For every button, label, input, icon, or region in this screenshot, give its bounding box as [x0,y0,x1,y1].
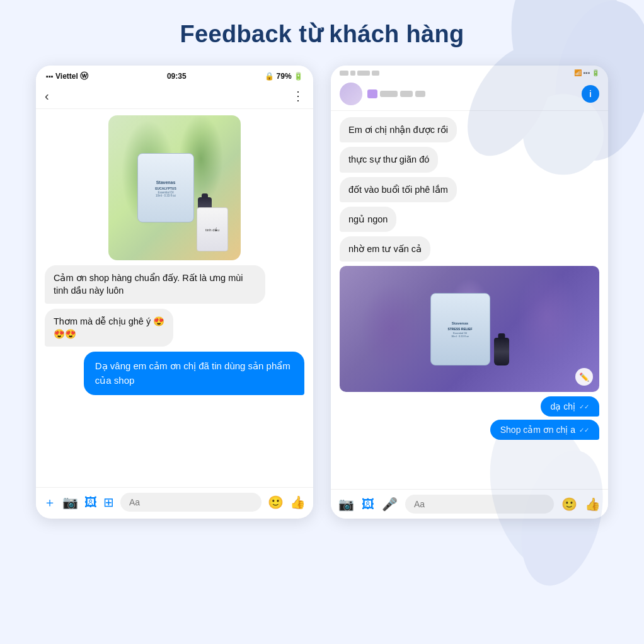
back-button[interactable]: ‹ [45,89,49,103]
avatar-2 [340,83,362,105]
product-bottle-2 [494,338,509,365]
battery-1: 🔒 79% 🔋 [265,72,303,81]
status-bar-1: ▪▪▪ Viettel ⓦ 09:35 🔒 79% 🔋 [36,66,313,84]
message-input-1[interactable] [120,493,262,512]
carrier: ▪▪▪ Viettel ⓦ [46,71,88,82]
status-bar-2: 📶 ▪▪▪ 🔋 [331,66,608,79]
msg2-sent-1: dạ chị ✓✓ [541,396,599,417]
chat-body-2: Em ơi chị nhận được rồi thực sự thư giãn… [331,111,608,489]
chat-header-1: ‹ ⋮ [36,84,313,109]
message-input-2[interactable] [405,495,554,514]
product-box2-brand: Stavenas [450,320,470,326]
grid-button[interactable]: ⊞ [103,495,114,510]
product-image-2: Stavenas STRESS RELIEF Essential Oil10ml… [340,266,599,392]
msg2-recv-4: ngủ ngon [340,207,396,232]
plus-button[interactable]: ＋ [43,494,56,511]
phone-1: ▪▪▪ Viettel ⓦ 09:35 🔒 79% 🔋 ‹ ⋮ [36,66,313,519]
chat-header-2: i [331,79,608,111]
msg2-sent-2: Shop cảm ơn chị a ✓✓ [490,420,599,440]
time-1: 09:35 [167,72,187,81]
thumbsup-button-2[interactable]: 👍 [585,497,601,512]
chat-input-bar-1: ＋ 📷 🖼 ⊞ 🙂 👍 [36,487,313,517]
chat-body-1: Stavenas EUCALYPTUS Essential Oil10ml · … [36,109,313,487]
message-received-1: Cảm ơn shop hàng chuẩn đấy. Rất là ưng m… [45,265,265,304]
image-button-2[interactable]: 🖼 [362,497,374,512]
product-box-2: Stavenas STRESS RELIEF Essential Oil10ml… [430,293,490,365]
msg2-recv-2: thực sự thư giãn đó [340,147,438,172]
product-box-1: Stavenas EUCALYPTUS Essential Oil10ml · … [137,153,194,222]
camera-button-2[interactable]: 📷 [338,497,354,512]
msg2-recv-5: nhờ em tư vấn cả [340,236,430,262]
phones-container: ▪▪▪ Viettel ⓦ 09:35 🔒 79% 🔋 ‹ ⋮ [0,66,644,519]
msg2-recv-3: đốt vào buổi tối phê lắm [340,177,457,202]
message-sent-1: Dạ vâng em cảm ơn chị đã tin dùng sản ph… [84,352,304,395]
read-check-2: ✓✓ [579,427,589,434]
wifi-battery-2: 📶 ▪▪▪ 🔋 [574,69,599,76]
chat-input-bar-2: 📷 🖼 🎤 🙂 👍 [331,489,608,519]
more-options-button[interactable]: ⋮ [292,88,304,103]
sent-messages-group: dạ chị ✓✓ Shop cảm ơn chị a ✓✓ [340,396,599,440]
emoji-button-2[interactable]: 🙂 [561,497,577,512]
image-button[interactable]: 🖼 [84,495,97,510]
contact-name-blur [367,89,425,98]
page-title: Feedback từ khách hàng [0,0,644,66]
read-check-1: ✓✓ [579,403,589,410]
info-button[interactable]: i [582,85,599,103]
chat-header-left: ‹ [45,89,49,103]
mic-button-2[interactable]: 🎤 [382,497,398,512]
emoji-button[interactable]: 🙂 [268,495,284,510]
camera-button[interactable]: 📷 [62,495,78,510]
phone-2: 📶 ▪▪▪ 🔋 i Em ơi chị nhận [331,66,608,519]
thumbsup-button[interactable]: 👍 [290,495,306,510]
msg2-recv-1: Em ơi chị nhận được rồi [340,117,457,142]
message-received-2: Thơm mà dễ chịu ghê ý 😍😍😍 [45,309,173,347]
product-image-1: Stavenas EUCALYPTUS Essential Oil10ml · … [108,115,241,260]
product-box-brand: Stavenas [154,179,178,186]
